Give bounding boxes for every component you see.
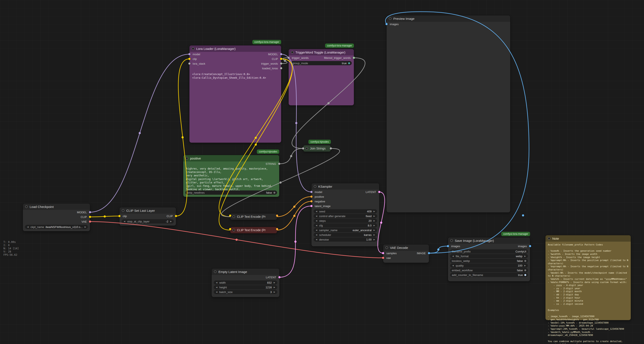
batch-size-stepper[interactable]: batch_size 3 (214, 290, 277, 294)
lora-syntax-text-widget[interactable]: <lora:CreateConcept_Illustrious:0.8> <lo… (190, 70, 281, 82)
denoise-stepper[interactable]: denoise 1.00 (314, 237, 377, 242)
input-dot-lora-stack[interactable] (188, 62, 190, 64)
node-title-bar[interactable]: VAE Decode (383, 244, 429, 251)
output-dot-image[interactable] (428, 252, 430, 254)
node-lora-loader[interactable]: comfyui-lora-manager Lora Loader (LoraMa… (190, 46, 281, 143)
input-dot-images[interactable] (386, 23, 388, 25)
stepper-left-arrow-icon[interactable] (216, 280, 218, 285)
cfg-stepper[interactable]: cfg 8.0 (314, 223, 377, 228)
stepper-left-arrow-icon[interactable] (216, 285, 218, 290)
node-title-bar[interactable]: CLIP Set Last Layer (120, 207, 176, 214)
output-dot-vae[interactable] (89, 220, 91, 223)
input-dot-latent-image[interactable] (310, 205, 312, 207)
stepper-left-arrow-icon[interactable] (315, 209, 318, 214)
node-save-image[interactable]: comfyui-lora-manager Save Image (LoraMan… (448, 237, 530, 281)
node-title-bar[interactable]: positive (183, 155, 279, 162)
combo-left-arrow-icon[interactable] (27, 225, 29, 229)
combo-right-arrow-icon[interactable] (373, 214, 376, 218)
node-title-bar[interactable]: Load Checkpoint (23, 204, 90, 210)
stepper-left-arrow-icon[interactable] (216, 290, 218, 294)
collapse-toggle-icon[interactable] (314, 185, 316, 188)
node-note[interactable]: Note Available filename_prefix Pattern C… (546, 235, 631, 320)
toggle-off-indicator-icon[interactable] (524, 269, 526, 271)
node-title-bar[interactable]: KSampler (312, 183, 379, 190)
stepper-right-arrow-icon[interactable] (273, 285, 276, 290)
combo-right-arrow-icon[interactable] (84, 225, 86, 229)
toggle-on-indicator-icon[interactable] (524, 274, 526, 276)
prompt-text-widget[interactable]: highres, very detailed, amazing quality,… (183, 166, 279, 193)
collapse-toggle-icon[interactable] (25, 206, 28, 208)
node-triggerword-toggle[interactable]: comfyui-lora-manager TriggerWord Toggle … (288, 49, 354, 105)
stepper-right-arrow-icon[interactable] (170, 219, 172, 224)
combo-right-arrow-icon[interactable] (373, 233, 376, 237)
node-title-bar[interactable]: TriggerWord Toggle (LoraManager) (288, 49, 354, 56)
collapse-toggle-icon[interactable] (214, 270, 216, 273)
node-clip-set-last-layer[interactable]: CLIP Set Last Layer clip CLIP stop_at_cl… (120, 207, 176, 226)
stepper-left-arrow-icon[interactable] (123, 219, 126, 224)
stepper-right-arrow-icon[interactable] (273, 290, 276, 294)
node-preview-image[interactable]: Preview Image images (386, 15, 510, 212)
input-dot-clip[interactable] (118, 215, 120, 217)
sampler-name-combo[interactable]: sampler_name euler_ancestral (314, 228, 377, 232)
node-clip-text-encode-positive[interactable]: CLIP Text Encode (Pr (230, 214, 277, 220)
output-dot-clip[interactable] (89, 216, 91, 218)
collapse-toggle-icon[interactable] (232, 216, 235, 218)
collapse-toggle-icon[interactable] (232, 229, 235, 232)
collapse-toggle-icon[interactable] (186, 157, 188, 160)
collapse-toggle-icon[interactable] (548, 237, 550, 240)
collapsed-output-dot[interactable] (276, 228, 278, 230)
output-dot-filtered-trigger-words[interactable] (353, 57, 355, 59)
output-dot-trigger-words[interactable] (280, 62, 282, 64)
input-dot-clip[interactable] (188, 58, 190, 60)
filename-prefix-text-field[interactable]: filename_prefix ComfyUI (450, 249, 528, 254)
output-dot-latent[interactable] (378, 191, 380, 193)
add-counter-to-filename-toggle[interactable]: add_counter_to_filename true (450, 273, 528, 277)
output-dot-model[interactable] (280, 53, 282, 55)
height-stepper[interactable]: height 1216 (214, 285, 277, 290)
output-dot-loaded-loras[interactable] (280, 67, 282, 69)
collapsed-output-dot[interactable] (330, 147, 332, 150)
input-dot-negative[interactable] (310, 200, 312, 202)
toggle-off-indicator-icon[interactable] (524, 260, 526, 262)
stop-at-clip-layer-stepper[interactable]: stop_at_clip_layer -2 (122, 219, 174, 224)
collapsed-input-dot[interactable] (229, 228, 231, 230)
node-clip-text-encode-negative[interactable]: CLIP Text Encode (Pr (230, 227, 277, 233)
collapse-toggle-icon[interactable] (122, 209, 124, 212)
quality-stepper[interactable]: quality 100 (450, 264, 528, 268)
combo-left-arrow-icon[interactable] (315, 233, 318, 237)
collapse-toggle-icon[interactable] (386, 246, 388, 249)
scheduler-combo[interactable]: scheduler karras (314, 233, 377, 237)
note-text-widget[interactable]: Available filename_prefix Pattern Codes … (546, 242, 631, 344)
stepper-left-arrow-icon[interactable] (315, 218, 318, 223)
file-format-combo[interactable]: file_format webp (450, 254, 528, 258)
input-dot-samples[interactable] (382, 252, 384, 254)
node-empty-latent-image[interactable]: Empty Latent Image LATENT width 832 heig… (212, 268, 280, 297)
collapse-toggle-icon[interactable] (450, 239, 453, 242)
steps-stepper[interactable]: steps 20 (314, 218, 377, 223)
node-title-bar[interactable]: Save Image (LoraManager) (448, 237, 530, 244)
combo-right-arrow-icon[interactable] (524, 254, 526, 258)
embed-workflow-toggle[interactable]: embed_workflow false (450, 268, 528, 272)
combo-right-arrow-icon[interactable] (373, 228, 376, 232)
stepper-left-arrow-icon[interactable] (315, 237, 318, 242)
stepper-right-arrow-icon[interactable] (373, 218, 376, 223)
node-title-bar[interactable]: Preview Image (386, 15, 510, 22)
control-after-generate-combo[interactable]: control after generate fixed (314, 214, 377, 218)
node-title-bar[interactable]: CLIP Text Encode (Pr (230, 214, 277, 220)
graph-canvas[interactable]: Load Checkpoint MODEL CLIP VAE ckpt_name… (0, 0, 644, 344)
collapse-toggle-icon[interactable] (192, 47, 194, 50)
seed-stepper[interactable]: seed 409 (314, 209, 377, 214)
input-dot-model[interactable] (188, 53, 190, 55)
stepper-right-arrow-icon[interactable] (524, 264, 526, 268)
output-dot-clip[interactable] (175, 215, 177, 217)
combo-left-arrow-icon[interactable] (452, 254, 454, 258)
output-dot-latent[interactable] (278, 276, 280, 278)
node-load-checkpoint[interactable]: Load Checkpoint MODEL CLIP VAE ckpt_name… (23, 204, 90, 231)
node-join-strings[interactable]: comfyui-kjnodes Join Strings (303, 145, 331, 152)
node-vae-decode[interactable]: VAE Decode samples IMAGE vae (383, 244, 429, 263)
collapsed-input-dot[interactable] (229, 214, 231, 217)
input-dot-images[interactable] (447, 245, 449, 247)
collapse-toggle-icon[interactable] (291, 51, 294, 54)
toggle-off-indicator-icon[interactable] (274, 192, 276, 194)
stepper-left-arrow-icon[interactable] (315, 223, 318, 228)
